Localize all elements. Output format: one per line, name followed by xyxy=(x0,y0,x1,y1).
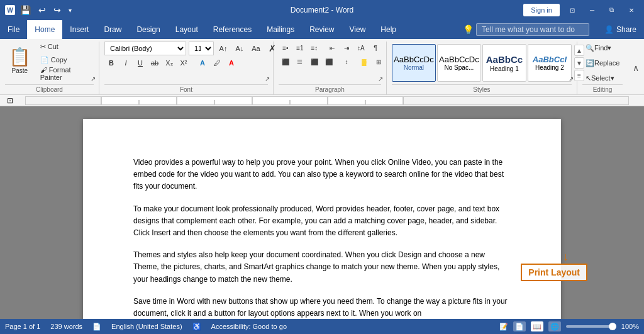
undo-button[interactable]: ↩ xyxy=(36,4,48,16)
ribbon-collapse-button[interactable]: ∧ xyxy=(628,42,644,94)
justify-button[interactable]: ⬛ xyxy=(322,55,336,68)
font-name-row: Calibri (Body) 11 A↑ A↓ Aa ✗ xyxy=(104,42,279,55)
increase-indent-button[interactable]: ⇥ xyxy=(340,42,353,54)
menu-layout[interactable]: Layout xyxy=(168,20,206,39)
copy-button[interactable]: 📄 Copy xyxy=(37,54,94,66)
styles-group: AaBbCcDc Normal AaBbCcDc No Spac... AaBb… xyxy=(387,42,577,94)
change-case-button[interactable]: Aa xyxy=(249,42,263,55)
menu-home[interactable]: Home xyxy=(27,20,62,39)
word-count: 239 words xyxy=(50,323,82,330)
text-effects-button[interactable]: A xyxy=(196,57,209,69)
line-spacing-button[interactable]: ↕ xyxy=(340,55,353,68)
align-right-button[interactable]: ⬛ xyxy=(308,55,321,68)
menu-draw[interactable]: Draw xyxy=(96,20,129,39)
font-size-select[interactable]: 11 xyxy=(189,42,214,55)
subscript-button[interactable]: X₂ xyxy=(162,57,176,69)
clipboard-expand[interactable]: ↗ xyxy=(89,74,97,83)
tell-me-container: 💡 xyxy=(455,20,597,39)
align-buttons-row: ⬛ ☰ ⬛ ⬛ ↕ ▓ ⊞ xyxy=(279,55,386,68)
paragraph-2: To make your document look professionall… xyxy=(133,203,511,240)
font-label: Font xyxy=(104,84,268,94)
style-nospace-preview: AaBbCcDc xyxy=(439,55,479,65)
print-view-button[interactable]: 📄 xyxy=(513,321,526,331)
paragraph-3: Themes and styles also help keep your do… xyxy=(133,249,511,286)
close-button[interactable]: ✕ xyxy=(624,4,639,16)
sort-button[interactable]: ↕A xyxy=(354,42,368,54)
reading-view-button[interactable]: 📖 xyxy=(531,321,543,331)
menu-design[interactable]: Design xyxy=(129,20,167,39)
restore-button[interactable]: ⧉ xyxy=(604,4,619,16)
status-bar: Page 1 of 1 239 words 📄 English (United … xyxy=(0,319,644,334)
customize-qat-button[interactable]: ▾ xyxy=(66,6,74,15)
bold-button[interactable]: B xyxy=(104,57,118,69)
shading-button[interactable]: ▓ xyxy=(357,55,371,68)
doc-icon: 📄 xyxy=(92,323,101,331)
clipboard-sub: ✂ Cut 📄 Copy 🖌 Format Painter xyxy=(37,42,94,79)
find-button[interactable]: 🔍 Find ▾ xyxy=(582,42,614,54)
menu-help[interactable]: Help xyxy=(373,20,404,39)
ruler-toggle[interactable]: ⊡ xyxy=(5,96,15,105)
ribbon-display-button[interactable]: ⊡ xyxy=(565,4,580,16)
font-color-button[interactable]: A xyxy=(225,57,238,69)
paragraph-group: ≡• ≡1 ≡↕ ⇤ ⇥ ↕A ¶ ⬛ ☰ ⬛ ⬛ ↕ ▓ xyxy=(274,42,387,94)
numbering-button[interactable]: ≡1 xyxy=(293,42,307,54)
select-button[interactable]: ↖ Select ▾ xyxy=(582,72,618,84)
redo-button[interactable]: ↪ xyxy=(51,4,64,16)
bullets-button[interactable]: ≡• xyxy=(279,42,292,54)
zoom-level: 100% xyxy=(621,323,639,330)
zoom-thumb[interactable] xyxy=(609,323,616,330)
sign-in-button[interactable]: Sign in xyxy=(523,4,560,16)
strikethrough-button[interactable]: ab xyxy=(148,57,162,69)
borders-button[interactable]: ⊞ xyxy=(372,55,386,68)
zoom-slider[interactable] xyxy=(566,325,616,328)
align-center-button[interactable]: ☰ xyxy=(293,55,307,68)
underline-button[interactable]: U xyxy=(133,57,147,69)
style-normal-preview: AaBbCcDc xyxy=(394,55,434,65)
editing-group: 🔍 Find ▾ 🔄 Replace ↖ Select ▾ Editing xyxy=(577,42,628,94)
title-bar: W 💾 ↩ ↪ ▾ Document2 - Word Sign in ⊡ ─ ⧉… xyxy=(0,0,644,20)
font-expand[interactable]: ↗ xyxy=(263,74,272,83)
notes-icon: 📝 xyxy=(499,323,508,331)
cut-button[interactable]: ✂ Cut xyxy=(37,41,94,53)
text-highlight-button[interactable]: 🖊 xyxy=(210,57,224,69)
decrease-font-button[interactable]: A↓ xyxy=(233,42,247,55)
web-view-button[interactable]: 🌐 xyxy=(548,321,561,331)
menu-file[interactable]: File xyxy=(0,20,27,39)
clipboard-group: 📋 Paste ✂ Cut 📄 Copy 🖌 Format Painter Cl… xyxy=(0,42,99,94)
show-hide-button[interactable]: ¶ xyxy=(369,42,382,54)
style-no-spacing[interactable]: AaBbCcDc No Spac... xyxy=(437,44,481,82)
paragraph-expand[interactable]: ↗ xyxy=(376,74,385,83)
save-button[interactable]: 💾 xyxy=(18,4,33,16)
menu-view[interactable]: View xyxy=(342,20,374,39)
paste-button[interactable]: 📋 Paste xyxy=(5,42,35,79)
clipboard-label: Clipboard xyxy=(5,84,94,94)
styles-expand[interactable]: ↗ xyxy=(567,74,575,83)
style-heading2[interactable]: AaBbCcI Heading 2 xyxy=(528,44,572,82)
menu-insert[interactable]: Insert xyxy=(62,20,96,39)
superscript-button[interactable]: X² xyxy=(177,57,191,69)
font-group: Calibri (Body) 11 A↑ A↓ Aa ✗ B I U ab X₂ xyxy=(99,42,274,94)
multilevel-list-button[interactable]: ≡↕ xyxy=(308,42,321,54)
window-title: Document2 - Word xyxy=(291,6,353,14)
italic-button[interactable]: I xyxy=(119,57,133,69)
tell-me-input[interactable] xyxy=(476,23,589,36)
menu-mailings[interactable]: Mailings xyxy=(259,20,302,39)
document-page[interactable]: Video provides a powerful way to help yo… xyxy=(83,119,561,319)
font-family-select[interactable]: Calibri (Body) xyxy=(104,42,186,55)
tooltip-arrow: ↓ xyxy=(563,250,569,264)
decrease-indent-button[interactable]: ⇤ xyxy=(325,42,339,54)
style-h2-preview: AaBbCcI xyxy=(533,55,567,65)
print-layout-tooltip: ↓ Print Layout xyxy=(521,250,587,281)
increase-font-button[interactable]: A↑ xyxy=(216,42,230,55)
format-buttons-row: B I U ab X₂ X² A 🖊 A xyxy=(104,57,238,69)
style-normal[interactable]: AaBbCcDc Normal xyxy=(392,44,436,82)
share-button[interactable]: 👤 Share xyxy=(597,20,644,39)
minimize-button[interactable]: ─ xyxy=(585,4,599,16)
ribbon: 📋 Paste ✂ Cut 📄 Copy 🖌 Format Painter Cl… xyxy=(0,39,644,95)
menu-references[interactable]: References xyxy=(206,20,259,39)
replace-button[interactable]: 🔄 Replace xyxy=(582,57,623,69)
align-left-button[interactable]: ⬛ xyxy=(279,55,292,68)
menu-review[interactable]: Review xyxy=(302,20,341,39)
style-heading1[interactable]: AaBbCc Heading 1 xyxy=(482,44,526,82)
format-painter-button[interactable]: 🖌 Format Painter xyxy=(37,67,94,80)
